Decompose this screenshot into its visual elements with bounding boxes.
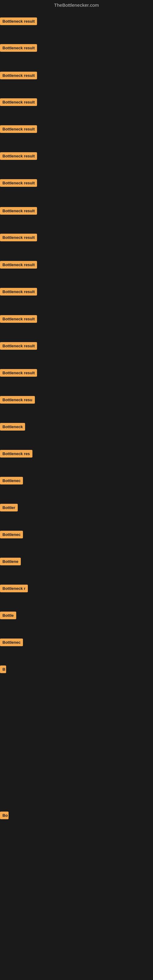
list-item: Bottleneck result (0, 152, 37, 160)
bottleneck-result-label: Bottleneck result (0, 18, 37, 25)
bottleneck-result-label: Bottler (0, 504, 18, 511)
list-item: Bottler (0, 504, 18, 511)
bottleneck-result-label: Bottleneck result (0, 72, 37, 79)
list-item: Bottlenec (0, 638, 23, 646)
list-item: Bottleneck result (0, 288, 37, 296)
bottleneck-result-label: Bottleneck resu (0, 396, 35, 404)
list-item: Bottleneck result (0, 179, 37, 187)
list-item: Bottleneck result (0, 18, 37, 25)
bottleneck-result-label: Bottleneck result (0, 342, 37, 350)
bottleneck-result-label: Bottlenec (0, 531, 23, 538)
bottleneck-result-label: Bo (0, 811, 9, 819)
bottleneck-result-label: Bottleneck result (0, 98, 37, 106)
bottleneck-result-label: Bottleneck result (0, 261, 37, 269)
list-item: Bottleneck result (0, 125, 37, 133)
bottleneck-result-label: Bottleneck res (0, 450, 32, 458)
bottleneck-result-label: Bottleneck result (0, 369, 37, 377)
list-item: Bottlenec (0, 531, 23, 538)
bottleneck-result-label: Bottleneck result (0, 44, 37, 52)
list-item: Bottlenec (0, 477, 23, 485)
bottleneck-result-label: Bottleneck result (0, 179, 37, 187)
list-item: Bottle (0, 612, 16, 619)
list-item: Bottleneck r (0, 585, 28, 592)
list-item: Bottleneck result (0, 315, 37, 323)
bottleneck-result-label: Bottleneck result (0, 207, 37, 215)
list-item: Bottleneck result (0, 44, 37, 52)
list-item: Bottleneck result (0, 234, 37, 241)
list-item: Bottleneck res (0, 450, 32, 458)
list-item: Bottleneck result (0, 72, 37, 79)
list-item: Bottleneck result (0, 369, 37, 377)
site-header: TheBottlenecker.com (0, 0, 153, 9)
bottleneck-result-label: Bottleneck (0, 423, 25, 431)
list-item: Bottleneck result (0, 342, 37, 350)
bottleneck-result-label: Bottleneck r (0, 585, 28, 592)
list-item: Bottleneck result (0, 207, 37, 215)
bottleneck-result-label: B (0, 665, 6, 673)
bottleneck-result-label: Bottlenec (0, 638, 23, 646)
list-item: B (0, 665, 6, 673)
bottleneck-result-label: Bottleneck result (0, 125, 37, 133)
bottleneck-result-label: Bottleneck result (0, 288, 37, 296)
bottleneck-result-label: Bottleneck result (0, 152, 37, 160)
bottleneck-result-label: Bottlenec (0, 477, 23, 485)
list-item: Bo (0, 811, 9, 819)
list-item: Bottlene (0, 558, 21, 565)
list-item: Bottleneck result (0, 98, 37, 106)
bottleneck-result-label: Bottleneck result (0, 234, 37, 241)
bottleneck-result-label: Bottlene (0, 558, 21, 565)
bottleneck-result-label: Bottleneck result (0, 315, 37, 323)
list-item: Bottleneck result (0, 261, 37, 269)
list-item: Bottleneck resu (0, 396, 35, 404)
bottleneck-result-label: Bottle (0, 612, 16, 619)
list-item: Bottleneck (0, 423, 25, 431)
